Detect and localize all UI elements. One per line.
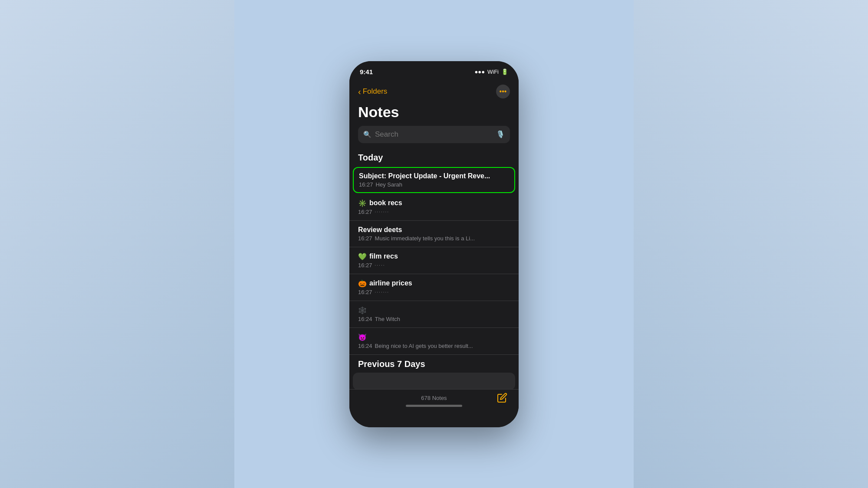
note-preview-2: ······· [375, 210, 389, 214]
note-meta-1: 16:27 Hey Sarah [359, 181, 509, 188]
note-title-row-7: 👿 [358, 333, 510, 341]
note-title-1: Subject: Project Update - Urgent Reve... [359, 172, 509, 180]
status-time: 9:41 [360, 68, 373, 75]
note-meta-2: 16:27 ······· [358, 209, 510, 215]
more-button[interactable]: ••• [496, 85, 510, 98]
note-item-5[interactable]: 🎃 airline prices 16:27 ······· [349, 274, 519, 301]
note-emoji-4: 💚 [358, 252, 367, 261]
note-meta-3: 16:27 Music immediately tells you this i… [358, 235, 510, 242]
note-item-4[interactable]: 💚 film recs 16:27 ····· [349, 247, 519, 274]
back-label: Folders [363, 87, 388, 96]
note-emoji-5: 🎃 [358, 279, 367, 288]
note-emoji-6: 🕸️ [358, 306, 367, 314]
note-time-4: 16:27 [358, 262, 372, 269]
notes-count: 678 Notes [421, 395, 447, 401]
note-title-4: film recs [369, 252, 398, 260]
note-time-3: 16:27 [358, 235, 372, 242]
back-chevron-icon: ‹ [358, 87, 361, 96]
battery-icon: 🔋 [501, 69, 508, 75]
bottom-bar: 678 Notes [349, 389, 519, 427]
status-bar: 9:41 ●●● WiFi 🔋 [349, 61, 519, 83]
previous-note-preview [362, 378, 506, 385]
note-item-2[interactable]: ✳️ book recs 16:27 ······· [349, 194, 519, 221]
note-item-6[interactable]: 🕸️ 16:24 The Witch [349, 301, 519, 328]
note-time-7: 16:24 [358, 343, 372, 349]
nav-bar: ‹ Folders ••• [349, 83, 519, 102]
phone-frame: 9:41 ●●● WiFi 🔋 ‹ Folders ••• Notes 🔍 🎙️… [349, 61, 519, 427]
signal-icon: ●●● [474, 69, 485, 75]
more-icon: ••• [500, 88, 507, 95]
note-meta-4: 16:27 ····· [358, 262, 510, 269]
note-time-2: 16:27 [358, 209, 372, 215]
microphone-icon[interactable]: 🎙️ [496, 130, 505, 138]
wifi-icon: WiFi [487, 69, 499, 75]
note-emoji-7: 👿 [358, 333, 367, 341]
note-meta-6: 16:24 The Witch [358, 316, 510, 322]
back-button[interactable]: ‹ Folders [358, 87, 387, 96]
previous-section-header: Previous 7 Days [349, 355, 519, 373]
search-icon: 🔍 [363, 131, 372, 138]
compose-button[interactable] [494, 390, 510, 406]
note-title-3: Review deets [358, 226, 510, 234]
note-title-row-5: 🎃 airline prices [358, 279, 510, 288]
note-preview-5: ······· [375, 290, 389, 295]
notes-list: Subject: Project Update - Urgent Reve...… [349, 166, 519, 355]
note-time-1: 16:27 [359, 181, 373, 188]
note-title-5: airline prices [369, 279, 412, 287]
note-item-1[interactable]: Subject: Project Update - Urgent Reve...… [353, 167, 515, 193]
note-preview-4: ····· [375, 263, 385, 268]
note-title-2: book recs [369, 199, 402, 207]
note-preview-3: Music immediately tells you this is a Li… [375, 235, 475, 242]
note-preview-6: The Witch [375, 316, 401, 322]
note-title-row-2: ✳️ book recs [358, 199, 510, 207]
note-meta-5: 16:27 ······· [358, 289, 510, 295]
bottom-content: 678 Notes [349, 390, 519, 401]
background-right [634, 0, 868, 488]
note-title-row-4: 💚 film recs [358, 252, 510, 261]
home-indicator [406, 405, 462, 407]
note-title-row-6: 🕸️ [358, 306, 510, 314]
page-title: Notes [349, 102, 519, 126]
previous-note-item[interactable] [353, 373, 515, 390]
note-preview-1: Hey Sarah [376, 181, 402, 188]
background-left [0, 0, 234, 488]
compose-icon [497, 393, 507, 403]
note-time-6: 16:24 [358, 316, 372, 322]
today-section-header: Today [349, 150, 519, 166]
note-preview-7: Being nice to AI gets you better result.… [375, 343, 473, 349]
status-icons: ●●● WiFi 🔋 [474, 69, 508, 75]
note-item-7[interactable]: 👿 16:24 Being nice to AI gets you better… [349, 328, 519, 355]
search-bar[interactable]: 🔍 🎙️ [358, 126, 510, 143]
note-item-3[interactable]: Review deets 16:27 Music immediately tel… [349, 221, 519, 247]
note-time-5: 16:27 [358, 289, 372, 295]
note-meta-7: 16:24 Being nice to AI gets you better r… [358, 343, 510, 349]
search-input[interactable] [375, 130, 493, 139]
note-emoji-2: ✳️ [358, 199, 367, 207]
